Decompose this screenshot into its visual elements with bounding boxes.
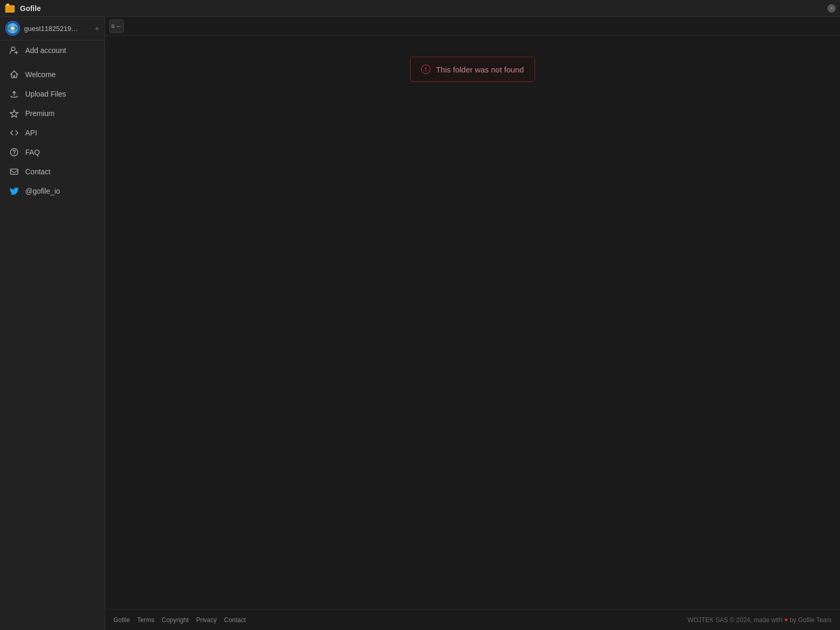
sidebar-item-welcome[interactable]: Welcome [2,65,102,84]
hamburger-icon: ≡ [111,23,114,30]
footer-credit: WOJTEK SAS © 2024, made with ♥ by Gofile… [687,616,832,624]
footer-link-privacy[interactable]: Privacy [196,616,216,624]
api-label: API [25,129,37,137]
sidebar-item-add-account[interactable]: Add account [2,41,102,60]
home-icon [9,70,19,79]
footer-links: Gofile Terms Copyright Privacy Contact [113,616,246,624]
sidebar-item-upload[interactable]: Upload Files [2,85,102,103]
faq-label: FAQ [25,148,40,156]
footer-link-terms[interactable]: Terms [137,616,154,624]
sidebar-toggle-button[interactable]: ≡ ← [109,19,124,33]
twitter-icon [9,186,19,196]
svg-point-6 [11,27,14,30]
error-icon: ! [421,65,430,74]
sidebar-nav: Welcome Upload Files [0,60,104,630]
main-content: ≡ ← ! This folder was not found Gofile T… [105,17,840,630]
sidebar-item-api[interactable]: API [2,123,102,142]
back-icon: ← [116,23,122,30]
error-box: ! This folder was not found [410,57,535,82]
upload-icon [9,89,19,99]
sidebar-account[interactable]: guest11825219… + [0,17,104,40]
footer-link-gofile[interactable]: Gofile [113,616,130,624]
contact-icon [9,167,19,176]
heart-icon: ♥ [784,616,790,624]
svg-rect-12 [10,169,18,174]
content-area: ! This folder was not found [105,36,840,609]
account-chevron-icon: + [95,24,99,33]
faq-icon [9,148,19,157]
welcome-label: Welcome [25,70,56,79]
sidebar-item-twitter[interactable]: @gofile_io [2,182,102,201]
close-button[interactable]: × [827,4,836,13]
sidebar-item-premium[interactable]: Premium [2,104,102,123]
error-message: This folder was not found [436,65,524,74]
svg-rect-1 [5,6,10,13]
svg-rect-3 [6,4,9,5]
app-body: guest11825219… + Add account [0,17,840,630]
titlebar: Gofile × [0,0,840,17]
app-logo [4,3,16,14]
contact-label: Contact [25,167,50,176]
footer-credit-suffix: by Gofile Team [790,616,832,624]
add-account-label: Add account [25,46,66,55]
sidebar-item-contact[interactable]: Contact [2,162,102,181]
sidebar-item-faq[interactable]: FAQ [2,143,102,162]
footer-link-contact[interactable]: Contact [224,616,246,624]
footer: Gofile Terms Copyright Privacy Contact W… [105,609,840,630]
code-icon [9,128,19,138]
upload-label: Upload Files [25,90,66,98]
premium-label: Premium [25,109,55,118]
twitter-label: @gofile_io [25,187,60,195]
add-account-icon [9,46,19,55]
footer-link-copyright[interactable]: Copyright [162,616,188,624]
svg-point-11 [14,154,15,155]
avatar [5,21,20,36]
app-title: Gofile [20,4,41,13]
toolbar: ≡ ← [105,17,840,36]
footer-credit-prefix: WOJTEK SAS © 2024, made with [687,616,782,624]
sidebar: guest11825219… + Add account [0,17,105,630]
account-name: guest11825219… [24,25,91,33]
titlebar-left: Gofile [4,3,41,14]
star-icon [9,109,19,118]
